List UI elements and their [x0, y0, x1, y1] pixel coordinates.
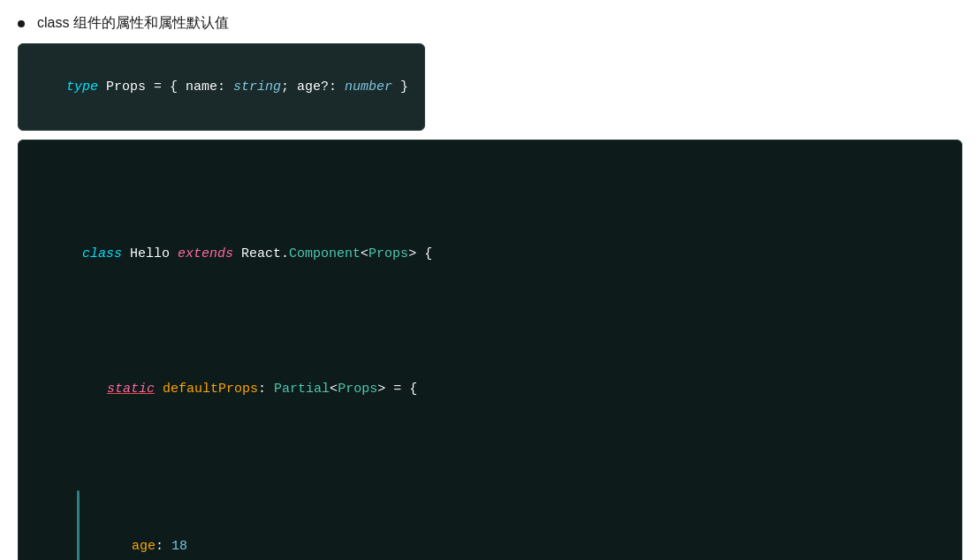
code-text: React. — [233, 246, 289, 261]
code-text: : — [258, 382, 274, 397]
code-line-3: age: 18 — [34, 490, 946, 560]
code-line-1: class Hello extends React.Component<Prop… — [34, 220, 946, 288]
code-block-2: class Hello extends React.Component<Prop… — [18, 140, 962, 561]
bullet-line: class 组件的属性和属性默认值 — [18, 14, 962, 33]
code-text: > = { — [377, 382, 417, 397]
code-text: Props = { name: — [98, 79, 233, 95]
code-text: Hello — [122, 246, 178, 261]
kw-class: class — [82, 246, 122, 261]
kw-static: static — [107, 382, 155, 397]
bullet-dot — [18, 20, 25, 27]
code-text: ; age?: — [281, 79, 345, 95]
keyword-number: number — [345, 79, 392, 95]
kw-extends: extends — [178, 246, 233, 261]
code-text: } — [392, 79, 408, 95]
vert-bar — [77, 490, 80, 560]
kw-props: Props — [368, 246, 408, 261]
kw-partial: Partial — [274, 382, 330, 397]
kw-defaultprops: defaultProps — [163, 382, 258, 397]
keyword-string: string — [233, 79, 281, 95]
bullet-text: class 组件的属性和属性默认值 — [37, 14, 229, 33]
code-text: : — [156, 539, 171, 554]
keyword-type: type — [66, 79, 98, 95]
kw-props-2: Props — [338, 382, 377, 397]
kw-age: age — [132, 539, 156, 554]
code-text: > { — [408, 246, 432, 261]
code-block-1: type Props = { name: string; age?: numbe… — [18, 43, 425, 131]
kw-component: Component — [289, 246, 361, 261]
code-line-2: static defaultProps: Partial<Props> = { — [34, 355, 946, 423]
code-text — [155, 382, 163, 397]
code-text: < — [330, 382, 338, 397]
number-18: 18 — [171, 539, 187, 554]
code-text: < — [361, 246, 368, 261]
